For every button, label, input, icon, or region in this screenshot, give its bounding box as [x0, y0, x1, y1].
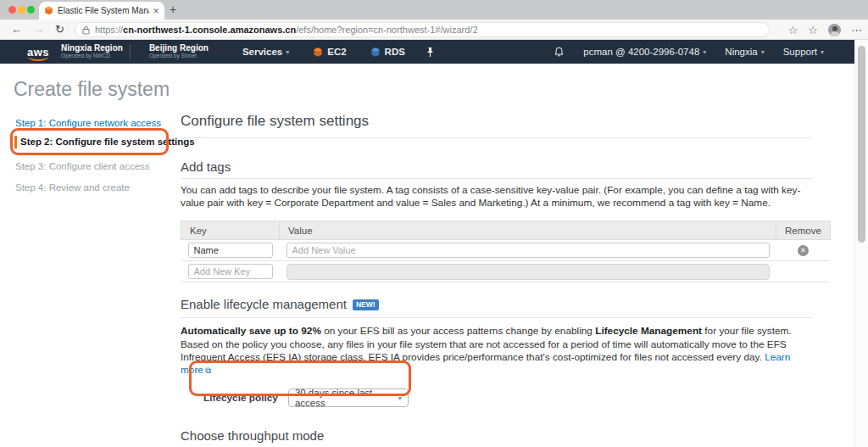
toolbar-right: ☆ ☆ ⋯ — [788, 20, 863, 40]
chevron-down-icon: ▾ — [761, 48, 765, 56]
aws-logo[interactable]: aws — [27, 46, 49, 59]
ec2-icon — [313, 47, 323, 58]
address-bar[interactable]: https://cn-northwest-1.console.amazonaws… — [75, 22, 770, 37]
region-beijing-label: Beijing Region Operated by Sinnet — [149, 44, 209, 59]
tag-key-input[interactable] — [188, 243, 273, 258]
forward-icon: → — [33, 23, 44, 36]
navbar-divider — [130, 44, 131, 59]
browser-menu-icon[interactable]: ⋯ — [851, 24, 863, 36]
notifications-bell-icon[interactable] — [554, 46, 565, 58]
lifecycle-policy-row: Lifecycle policy 30 days since last acce… — [203, 388, 812, 407]
new-tag-value-input-disabled — [287, 264, 770, 280]
lifecycle-description: Automatically save up to 92% on your EFS… — [181, 325, 812, 377]
efs-favicon — [44, 6, 53, 15]
window-close-button[interactable] — [8, 6, 16, 14]
remove-tag-button[interactable]: ✕ — [798, 245, 809, 256]
new-tab-button[interactable]: + — [170, 2, 176, 18]
shortcut-ec2[interactable]: EC2 — [313, 47, 346, 58]
shortcut-rds[interactable]: RDS — [370, 47, 405, 58]
browser-window: Elastic File System Management ✕ + ← → ↻… — [0, 0, 868, 447]
active-step-marker — [14, 136, 17, 148]
chevron-down-icon: ▾ — [286, 48, 289, 56]
tab-close-icon[interactable]: ✕ — [153, 7, 159, 15]
tag-value-input[interactable] — [287, 243, 770, 258]
step-2-current[interactable]: Step 2: Configure file system settings — [20, 137, 195, 147]
back-icon[interactable]: ← — [11, 23, 22, 36]
url-text: https://cn-northwest-1.console.amazonaws… — [95, 25, 478, 35]
rds-icon — [370, 47, 381, 58]
browser-toolbar: ← → ↻ https://cn-northwest-1.console.ama… — [0, 20, 868, 40]
table-row — [181, 261, 831, 282]
lifecycle-policy-select[interactable]: 30 days since last access ▾ — [288, 388, 409, 407]
tab-title: Elastic File System Management — [58, 6, 149, 15]
tab-strip: Elastic File System Management ✕ + — [0, 0, 868, 20]
services-menu[interactable]: Services ▾ — [242, 47, 289, 57]
step-4-item: Step 4: Review and create — [15, 182, 130, 193]
section-heading-configure: Configure file system settings — [181, 113, 812, 130]
navbar-right: pcman @ 4200-2996-0748 ▾ Ningxia ▾ Suppo… — [554, 46, 824, 58]
scrollbar-thumb[interactable] — [858, 46, 865, 243]
tags-table: Key Value Remove ✕ — [181, 221, 831, 282]
window-minimize-button[interactable] — [18, 6, 25, 14]
new-tag-key-input[interactable] — [188, 264, 273, 279]
reload-icon[interactable]: ↻ — [55, 23, 64, 36]
add-tags-description: You can add tags to describe your file s… — [181, 184, 812, 210]
browser-tab[interactable]: Elastic File System Management ✕ — [39, 2, 164, 20]
step-3-item: Step 3: Configure client access — [15, 161, 150, 171]
lifecycle-policy-label: Lifecycle policy — [203, 392, 278, 404]
tags-col-key: Key — [181, 221, 280, 240]
page-title: Create file system — [14, 78, 170, 101]
tags-col-value: Value — [280, 221, 776, 240]
main-panel: Configure file system settings Add tags … — [181, 113, 812, 447]
lock-icon — [82, 25, 90, 35]
select-caret-icon: ▾ — [398, 394, 402, 402]
page-scrollbar — [854, 40, 868, 447]
bookmark-star-icon[interactable]: ☆ — [788, 24, 798, 36]
step-1-link[interactable]: Step 1: Configure network access — [15, 118, 161, 128]
external-link-icon[interactable]: ⧉ — [203, 366, 211, 375]
chevron-down-icon: ▾ — [821, 48, 824, 56]
chevron-down-icon: ▾ — [703, 48, 706, 56]
region-menu[interactable]: Ningxia ▾ — [725, 47, 764, 57]
tags-col-remove: Remove — [776, 221, 831, 240]
account-menu[interactable]: pcman @ 4200-2996-0748 ▾ — [583, 47, 706, 57]
new-badge: NEW! — [353, 299, 379, 310]
table-row: ✕ — [181, 240, 831, 261]
lifecycle-heading: Enable lifecycle managementNEW! — [181, 297, 812, 311]
region-ningxia-label: Ningxia Region Operated by NWCD — [61, 44, 123, 59]
throughput-heading: Choose throughput mode — [181, 428, 812, 443]
pin-icon[interactable] — [426, 47, 435, 58]
add-tags-heading: Add tags — [181, 159, 812, 174]
profile-avatar[interactable] — [828, 24, 841, 36]
pinned-star-icon[interactable]: ☆ — [808, 24, 818, 36]
window-zoom-button[interactable] — [27, 6, 35, 14]
aws-navbar: aws Ningxia Region Operated by NWCD Beij… — [0, 40, 854, 64]
support-menu[interactable]: Support ▾ — [783, 47, 824, 57]
page-content: Create file system Step 1: Configure net… — [0, 64, 854, 447]
